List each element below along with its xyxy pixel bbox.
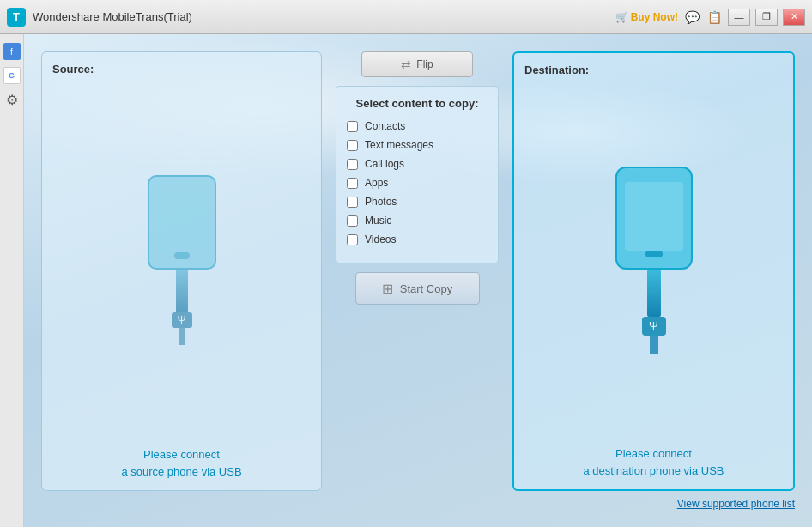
checkbox-calllogs-input[interactable] xyxy=(347,159,358,170)
checkbox-music-input[interactable] xyxy=(347,215,358,227)
checkbox-photos-label: Photos xyxy=(365,196,397,208)
checkbox-textmessages-label: Text messages xyxy=(365,139,433,151)
checkbox-music-label: Music xyxy=(365,215,391,227)
checkbox-photos-input[interactable] xyxy=(347,197,358,208)
app-title: Wondershare MobileTrans(Trial) xyxy=(33,10,615,23)
destination-phone-body xyxy=(615,167,693,270)
source-phone-screen xyxy=(156,190,208,250)
checkbox-contacts[interactable]: Contacts xyxy=(347,120,488,132)
checkbox-videos-label: Videos xyxy=(365,233,396,245)
chat-button[interactable]: 💬 xyxy=(683,9,700,26)
main-area: Source: Ψ Please connecta source phone v… xyxy=(24,34,812,527)
source-connect-text: Please connecta source phone via USB xyxy=(121,446,241,480)
start-copy-icon: ⊞ xyxy=(382,281,393,297)
flip-button[interactable]: ⇄ Flip xyxy=(361,51,473,77)
content-select-box: Select content to copy: Contacts Text me… xyxy=(336,86,499,264)
checkbox-apps-label: Apps xyxy=(365,177,388,189)
destination-usb-symbol: Ψ xyxy=(649,319,658,332)
content-area: Source: Ψ Please connecta source phone v… xyxy=(41,51,795,491)
title-bar-actions: 🛒 Buy Now! 💬 📋 — ❐ ✕ xyxy=(615,9,805,26)
minimize-button[interactable]: — xyxy=(728,9,750,26)
middle-panel: ⇄ Flip Select content to copy: Contacts … xyxy=(336,51,499,491)
checkbox-music[interactable]: Music xyxy=(347,215,488,227)
checkbox-textmessages-input[interactable] xyxy=(347,140,358,151)
checkbox-textmessages[interactable]: Text messages xyxy=(347,139,488,151)
buy-now-button[interactable]: 🛒 Buy Now! xyxy=(615,11,678,23)
destination-usb-cable xyxy=(647,270,661,317)
checkbox-photos[interactable]: Photos xyxy=(347,196,488,208)
source-panel: Source: Ψ Please connecta source phone v… xyxy=(41,51,322,491)
source-label: Source: xyxy=(52,63,94,76)
start-copy-button[interactable]: ⊞ Start Copy xyxy=(355,272,480,305)
app-icon: T xyxy=(7,8,26,27)
checkbox-calllogs[interactable]: Call logs xyxy=(347,158,488,170)
checkbox-apps[interactable]: Apps xyxy=(347,177,488,189)
destination-connect-text: Please connecta destination phone via US… xyxy=(583,445,724,479)
source-phone-button xyxy=(174,252,190,259)
source-usb-head: Ψ xyxy=(172,312,192,328)
flip-icon: ⇄ xyxy=(401,58,411,71)
checkbox-contacts-label: Contacts xyxy=(365,120,405,132)
source-usb-tip xyxy=(179,328,185,345)
checkbox-apps-input[interactable] xyxy=(347,178,358,189)
source-usb-cable xyxy=(176,270,188,312)
destination-usb-head: Ψ xyxy=(642,317,666,336)
source-phone-body xyxy=(148,175,216,270)
checkbox-contacts-input[interactable] xyxy=(347,121,358,132)
title-bar: T Wondershare MobileTrans(Trial) 🛒 Buy N… xyxy=(0,0,812,34)
destination-usb-tip xyxy=(650,336,658,354)
docs-button[interactable]: 📋 xyxy=(706,9,723,26)
browser-icon-google: G xyxy=(3,67,21,84)
destination-panel: Destination: Ψ Please connecta destinati… xyxy=(512,51,795,491)
checkbox-videos[interactable]: Videos xyxy=(347,233,488,245)
footer: View supported phone list xyxy=(41,491,795,510)
checkbox-calllogs-label: Call logs xyxy=(365,158,404,170)
cart-icon: 🛒 xyxy=(615,11,628,23)
destination-phone-button xyxy=(645,251,663,257)
browser-sidebar: f G ⚙ xyxy=(0,34,24,527)
destination-phone-screen xyxy=(625,182,683,251)
browser-icon-gear: ⚙ xyxy=(3,91,21,108)
close-button[interactable]: ✕ xyxy=(783,9,805,26)
source-phone-illustration: Ψ xyxy=(148,84,216,436)
checkbox-videos-input[interactable] xyxy=(347,234,358,245)
restore-button[interactable]: ❐ xyxy=(755,9,778,26)
view-supported-link[interactable]: View supported phone list xyxy=(677,498,795,510)
destination-label: Destination: xyxy=(524,64,589,76)
source-usb-symbol: Ψ xyxy=(177,314,185,326)
destination-phone-illustration: Ψ xyxy=(615,85,693,435)
browser-icon-1: f xyxy=(3,43,21,60)
content-select-title: Select content to copy: xyxy=(347,97,488,110)
